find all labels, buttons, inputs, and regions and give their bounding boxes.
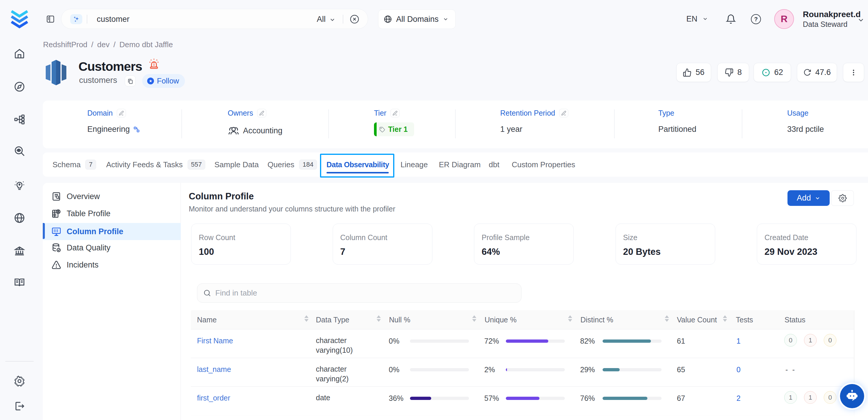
more-actions-button[interactable] <box>843 63 864 82</box>
subnav-incidents[interactable]: Incidents <box>43 256 181 273</box>
search-scope-dropdown[interactable]: All <box>317 9 326 29</box>
language-selector[interactable]: EN <box>686 11 708 27</box>
usage-label[interactable]: Usage <box>787 109 808 117</box>
sort-name[interactable] <box>304 315 309 322</box>
follow-button[interactable]: ★ Follow <box>142 74 185 88</box>
row-name-link[interactable]: last_name <box>197 365 231 374</box>
sort-null[interactable] <box>472 315 476 322</box>
owners-group-icon <box>228 125 240 137</box>
subnav-overview[interactable]: Overview <box>43 188 181 205</box>
type-label[interactable]: Type <box>658 109 674 117</box>
notifications-icon[interactable] <box>725 13 736 24</box>
table-header: Name Data Type Null % Unique % Distinct … <box>191 310 854 329</box>
atlan-logo[interactable] <box>10 9 29 29</box>
profile-settings-button[interactable] <box>831 190 854 206</box>
settings-icon[interactable] <box>14 376 25 387</box>
domain-value[interactable]: Engineering <box>87 125 130 134</box>
edit-owners-button[interactable] <box>257 109 266 117</box>
bottom-fade <box>181 400 868 420</box>
type-value: Partitioned <box>658 125 696 134</box>
owners-value[interactable]: Accounting <box>243 126 283 136</box>
governance-icon[interactable] <box>14 245 25 256</box>
tab-dbt[interactable]: dbt <box>489 152 499 177</box>
sort-unique[interactable] <box>568 315 572 322</box>
subnav-data-quality[interactable]: Data Quality <box>43 239 181 256</box>
row-tests-link[interactable]: 0 <box>737 365 741 374</box>
chevron-down-icon <box>443 16 448 22</box>
ai-sparkle-icon[interactable] <box>70 14 82 24</box>
discover-icon[interactable] <box>14 145 25 157</box>
row-name-link[interactable]: First Name <box>197 336 233 345</box>
home-icon[interactable] <box>14 48 25 59</box>
avatar[interactable]: R <box>774 9 794 29</box>
edit-retention-button[interactable] <box>559 109 568 117</box>
add-button[interactable]: Add <box>787 190 830 206</box>
search-input[interactable]: customer <box>97 9 129 29</box>
edit-tier-button[interactable] <box>391 109 400 117</box>
copy-button[interactable] <box>125 76 136 86</box>
score-button[interactable]: 62 <box>753 63 791 82</box>
tab-lineage[interactable]: Lineage <box>401 152 428 177</box>
likes-count: 56 <box>695 68 704 77</box>
help-icon[interactable]: ? <box>751 14 761 24</box>
col-header-null[interactable]: Null % <box>389 310 410 329</box>
globe-icon[interactable] <box>14 212 25 223</box>
sort-value-count[interactable] <box>723 315 727 322</box>
breadcrumb-schema[interactable]: Demo dbt Jaffle <box>119 40 173 49</box>
score-count: 62 <box>774 68 783 77</box>
distinct-bar <box>602 368 661 371</box>
user-menu-chevron-icon[interactable] <box>857 16 865 24</box>
subnav-table-profile[interactable]: Table Profile <box>43 205 181 222</box>
subnav-column-profile[interactable]: Column Profile <box>43 223 181 240</box>
stat-row-count: Row Count100 <box>191 223 291 265</box>
find-in-table-input[interactable]: Find in table <box>197 283 522 303</box>
row-tests-link[interactable]: 1 <box>737 337 741 346</box>
insights-icon[interactable] <box>14 180 25 191</box>
edit-domain-button[interactable] <box>117 109 126 117</box>
row-status-badges: 0 1 0 <box>784 334 836 347</box>
col-header-unique[interactable]: Unique % <box>485 310 517 329</box>
tab-schema[interactable]: Schema7 <box>53 152 96 177</box>
network-icon[interactable] <box>14 114 25 125</box>
search-divider <box>87 15 87 24</box>
tab-custom-properties[interactable]: Custom Properties <box>512 152 575 177</box>
tab-er-diagram[interactable]: ER Diagram <box>439 152 481 177</box>
logout-icon[interactable] <box>14 400 25 412</box>
tier-chip[interactable]: Tier 1 <box>374 122 414 136</box>
col-header-status[interactable]: Status <box>784 310 805 329</box>
owners-label[interactable]: Owners <box>228 109 253 117</box>
clear-search-icon[interactable] <box>349 14 360 24</box>
col-header-data-type[interactable]: Data Type <box>316 310 349 329</box>
sort-distinct[interactable] <box>665 315 669 322</box>
user-name: Rounakpreet.d <box>803 10 861 19</box>
sidebar-toggle-icon[interactable] <box>46 14 55 23</box>
col-header-tests[interactable]: Tests <box>736 310 753 329</box>
distinct-bar <box>602 339 661 343</box>
tier-label[interactable]: Tier <box>374 109 386 117</box>
retention-label[interactable]: Retention Period <box>500 109 555 117</box>
likes-button[interactable]: 56 <box>676 63 711 82</box>
refresh-value: 47.6 <box>815 68 831 77</box>
col-header-value-count[interactable]: Value Count <box>677 310 717 329</box>
breadcrumb-database[interactable]: dev <box>97 40 110 49</box>
tag-icon <box>379 126 385 132</box>
tab-queries[interactable]: Queries184 <box>268 152 317 177</box>
alert-siren-icon[interactable] <box>148 57 160 70</box>
global-search[interactable]: customer All <box>61 9 368 29</box>
table-row-last-name[interactable]: last_name charactervarying(2) 0% 2% 29% … <box>191 358 854 387</box>
tab-sample-data[interactable]: Sample Data <box>214 152 259 177</box>
refresh-button[interactable]: 47.6 <box>797 63 837 82</box>
chatbot-button[interactable] <box>840 384 864 408</box>
stat-size: Size20 Bytes <box>616 223 715 265</box>
table-row-first-name[interactable]: First Name charactervarying(10) 0% 72% 8… <box>191 329 854 358</box>
col-header-name[interactable]: Name <box>197 310 217 329</box>
sort-data-type[interactable] <box>377 315 381 322</box>
dislikes-button[interactable]: 8 <box>717 63 749 82</box>
domains-filter[interactable]: All Domains <box>378 9 456 29</box>
domain-label[interactable]: Domain <box>87 109 113 117</box>
col-header-distinct[interactable]: Distinct % <box>581 310 613 329</box>
breadcrumb-connection[interactable]: RedshiftProd <box>43 40 87 49</box>
compass-icon[interactable] <box>14 81 25 92</box>
tab-activity-feeds[interactable]: Activity Feeds & Tasks557 <box>106 152 205 177</box>
glossary-icon[interactable] <box>14 277 25 288</box>
